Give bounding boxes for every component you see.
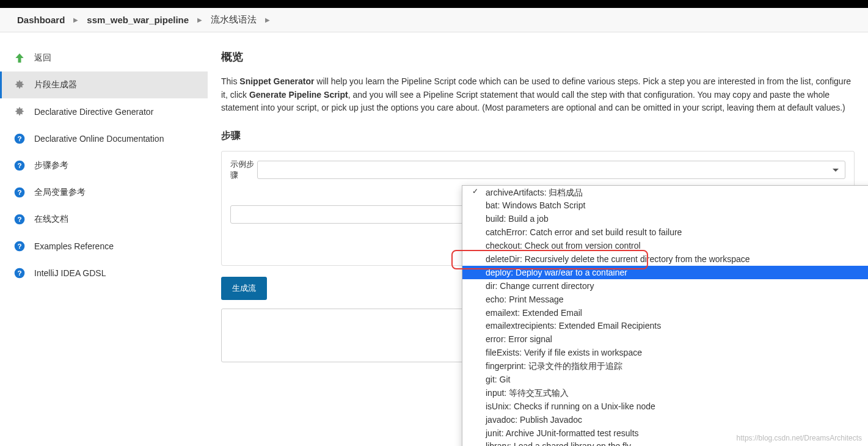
dropdown-option[interactable]: catchError: Catch error and set build re…: [462, 226, 868, 239]
sidebar-item-label: Declarative Directive Generator: [34, 107, 153, 117]
sidebar: 返回 片段生成器 Declarative Directive Generator…: [0, 32, 208, 446]
dropdown-option[interactable]: fileExists: Verify if file exists in wor…: [462, 346, 868, 360]
dropdown-option-deploy[interactable]: deploy: Deploy war/ear to a container: [462, 266, 868, 279]
sidebar-item-examples[interactable]: ? Examples Reference: [0, 233, 208, 260]
sidebar-item-back[interactable]: 返回: [0, 45, 208, 71]
dropdown-option[interactable]: checkout: Check out from version control: [462, 239, 868, 253]
help-icon: ?: [13, 159, 26, 172]
steps-heading: 步骤: [221, 130, 855, 142]
dropdown-option[interactable]: echo: Print Message: [462, 293, 868, 306]
gear-icon: [13, 106, 26, 118]
gear-icon: [13, 79, 26, 91]
sidebar-item-snippet-generator[interactable]: 片段生成器: [0, 71, 208, 98]
help-icon: ?: [13, 213, 26, 225]
dropdown-option[interactable]: dir: Change current directory: [462, 279, 868, 293]
chevron-right-icon: ▶: [265, 16, 270, 23]
svg-text:?: ?: [17, 269, 21, 277]
breadcrumb-item-dashboard[interactable]: Dashboard: [17, 15, 65, 25]
svg-text:?: ?: [17, 215, 21, 223]
help-icon: ?: [13, 133, 26, 145]
breadcrumb: Dashboard ▶ ssm_web_war_pipeline ▶ 流水线语法…: [0, 8, 868, 32]
chevron-right-icon: ▶: [197, 16, 202, 23]
sidebar-item-online-docs2[interactable]: ? 在线文档: [0, 206, 208, 233]
top-bar: [0, 0, 868, 8]
dropdown-option[interactable]: input: 等待交互式输入: [462, 386, 868, 400]
help-icon: ?: [13, 240, 26, 252]
dropdown-option[interactable]: error: Error signal: [462, 333, 868, 346]
overview-heading: 概览: [221, 49, 855, 64]
dropdown-option[interactable]: emailext: Extended Email: [462, 306, 868, 320]
dropdown-option[interactable]: archiveArtifacts: 归档成品: [462, 186, 868, 199]
breadcrumb-item-project[interactable]: ssm_web_war_pipeline: [87, 15, 189, 25]
sample-step-select[interactable]: [257, 161, 845, 179]
sidebar-item-label: Examples Reference: [34, 241, 114, 251]
svg-text:?: ?: [17, 134, 21, 142]
sidebar-item-label: 在线文档: [34, 214, 68, 225]
dropdown-option[interactable]: fingerprint: 记录文件的指纹用于追踪: [462, 360, 868, 373]
svg-text:?: ?: [17, 242, 21, 250]
step-dropdown: archiveArtifacts: 归档成品 bat: Windows Batc…: [462, 185, 868, 446]
dropdown-option[interactable]: emailextrecipients: Extended Email Recip…: [462, 320, 868, 333]
overview-description: This Snippet Generator will help you lea…: [221, 75, 855, 115]
dropdown-option[interactable]: isUnix: Checks if running on a Unix-like…: [462, 400, 868, 413]
breadcrumb-item-page[interactable]: 流水线语法: [211, 14, 257, 26]
sidebar-item-intellij[interactable]: ? IntelliJ IDEA GDSL: [0, 260, 208, 287]
dropdown-option[interactable]: bat: Windows Batch Script: [462, 199, 868, 213]
help-icon: ?: [13, 186, 26, 199]
sidebar-item-label: IntelliJ IDEA GDSL: [34, 268, 106, 278]
sidebar-item-declarative-generator[interactable]: Declarative Directive Generator: [0, 98, 208, 125]
generate-button[interactable]: 生成流: [221, 277, 267, 300]
sidebar-item-label: 片段生成器: [34, 79, 77, 90]
main-content: 概览 This Snippet Generator will help you …: [208, 32, 868, 446]
sidebar-item-label: 步骤参考: [34, 160, 68, 171]
sidebar-item-global-vars[interactable]: ? 全局变量参考: [0, 179, 208, 206]
sidebar-item-online-doc[interactable]: ? Declarative Online Documentation: [0, 125, 208, 152]
watermark: https://blog.csdn.net/DreamsArchitects: [737, 434, 862, 442]
sample-step-label: 示例步骤: [230, 159, 257, 181]
help-icon: ?: [13, 267, 26, 279]
dropdown-option[interactable]: git: Git: [462, 373, 868, 386]
svg-text:?: ?: [17, 188, 21, 196]
svg-text:?: ?: [17, 161, 21, 169]
dropdown-option[interactable]: javadoc: Publish Javadoc: [462, 413, 868, 426]
sidebar-item-label: 返回: [34, 53, 51, 64]
dropdown-option[interactable]: deleteDir: Recursively delete the curren…: [462, 252, 868, 266]
sidebar-item-step-reference[interactable]: ? 步骤参考: [0, 152, 208, 179]
sidebar-item-label: 全局变量参考: [34, 187, 86, 198]
chevron-right-icon: ▶: [73, 16, 78, 23]
arrow-up-icon: [13, 52, 26, 64]
dropdown-option[interactable]: build: Build a job: [462, 213, 868, 226]
sidebar-item-label: Declarative Online Documentation: [34, 134, 164, 144]
